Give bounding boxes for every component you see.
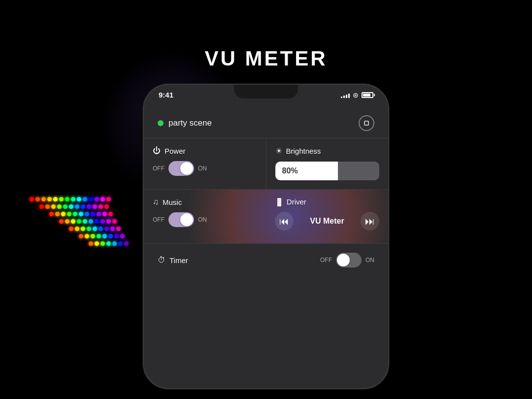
led-dot — [116, 227, 121, 231]
signal-bar-2 — [343, 96, 345, 98]
led-dot — [45, 204, 50, 209]
led-dot — [35, 197, 40, 201]
led-dot — [61, 212, 66, 216]
led-dot — [106, 219, 111, 224]
led-dot — [104, 204, 109, 209]
signal-bars-icon — [341, 92, 350, 98]
page-title: VU METER — [0, 47, 532, 70]
led-dot — [71, 219, 75, 224]
led-dot — [75, 204, 79, 209]
led-dot — [53, 197, 58, 201]
timer-section: ⏱ Timer OFF ON — [144, 244, 388, 276]
led-dot — [99, 204, 103, 209]
led-dot — [77, 197, 81, 201]
led-dot — [100, 197, 105, 201]
led-dot — [83, 197, 87, 201]
led-dot — [97, 212, 101, 216]
led-dot — [39, 204, 44, 209]
led-dot — [75, 227, 79, 231]
led-dot — [85, 212, 89, 216]
timer-label: Timer — [169, 256, 188, 265]
driver-mode-name: VU Meter — [310, 217, 344, 226]
wifi-icon: ⊛ — [353, 91, 359, 99]
led-dot — [93, 227, 97, 231]
led-dot — [73, 212, 77, 216]
brightness-slider[interactable]: 80% — [275, 162, 380, 180]
music-icon: ♫ — [153, 198, 159, 206]
power-toggle-knob — [180, 162, 193, 175]
header-left: party scene — [158, 118, 212, 128]
led-dot — [71, 197, 75, 201]
led-dot — [118, 241, 123, 246]
led-dot — [93, 204, 97, 209]
active-indicator-dot — [158, 120, 164, 126]
brightness-value: 80% — [282, 166, 298, 175]
media-controls-row: ⏮ VU Meter ⏭ — [275, 212, 379, 231]
led-dot — [69, 204, 73, 209]
led-dot — [97, 234, 101, 238]
power-brightness-section: ⏻ Power OFF ON — [144, 138, 388, 190]
led-dot — [83, 219, 87, 224]
led-dot — [79, 212, 83, 216]
brightness-label-row: ☀ Brightness — [275, 146, 380, 156]
music-on-label: ON — [198, 216, 207, 223]
stop-button[interactable] — [359, 115, 374, 131]
phone-notch — [234, 85, 298, 99]
brightness-label: Brightness — [286, 147, 321, 155]
music-toggle[interactable] — [168, 212, 194, 227]
led-dot — [102, 212, 107, 216]
driver-icon: ▐▌ — [275, 198, 283, 206]
power-label-row: ⏻ Power — [153, 146, 257, 155]
led-dot — [108, 212, 113, 216]
driver-label-row: ▐▌ Driver — [275, 198, 379, 206]
led-dot — [110, 227, 115, 231]
led-dot — [47, 197, 52, 201]
led-dot — [41, 197, 46, 201]
led-dot — [51, 204, 56, 209]
led-dot — [106, 197, 111, 201]
led-dot — [95, 197, 99, 201]
led-dot — [69, 227, 73, 231]
next-icon: ⏭ — [365, 216, 375, 227]
led-dot — [91, 234, 95, 238]
led-dot — [63, 204, 67, 209]
signal-bar-1 — [341, 97, 342, 98]
power-on-label: ON — [198, 165, 207, 172]
prev-icon: ⏮ — [279, 216, 289, 227]
led-dot — [108, 234, 113, 238]
led-dot — [91, 212, 95, 216]
timer-toggle[interactable] — [336, 253, 362, 267]
screen-content: party scene ⏻ Power OFF — [144, 109, 388, 388]
led-dot — [112, 241, 117, 246]
timer-toggle-row: OFF ON — [320, 253, 374, 267]
led-dot — [49, 212, 54, 216]
timer-on-label: ON — [366, 257, 374, 264]
music-driver-section: ♫ Music OFF ON — [144, 190, 388, 244]
music-off-label: OFF — [153, 216, 165, 223]
prev-button[interactable]: ⏮ — [275, 212, 294, 231]
led-dot — [99, 227, 103, 231]
signal-bar-3 — [346, 95, 347, 98]
music-toggle-knob — [180, 213, 193, 226]
driver-label: Driver — [287, 198, 306, 206]
led-dot — [59, 219, 64, 224]
led-dot — [67, 212, 71, 216]
brightness-section: ☀ Brightness 80% — [266, 138, 389, 189]
led-dot — [95, 241, 99, 246]
led-dot — [120, 234, 125, 238]
led-dot — [59, 197, 64, 201]
next-button[interactable]: ⏭ — [361, 212, 379, 231]
music-section: ♫ Music OFF ON — [144, 190, 266, 243]
battery-icon — [362, 92, 373, 98]
status-icons: ⊛ — [341, 91, 373, 99]
timer-off-label: OFF — [320, 257, 332, 264]
led-dot — [95, 219, 99, 224]
header-row: party scene — [144, 109, 388, 138]
battery-fill — [363, 94, 370, 97]
power-toggle[interactable] — [168, 161, 194, 176]
power-off-label: OFF — [153, 165, 165, 172]
led-dot — [114, 234, 119, 238]
led-dot — [55, 212, 60, 216]
led-dot — [100, 219, 105, 224]
power-icon: ⏻ — [153, 146, 161, 155]
